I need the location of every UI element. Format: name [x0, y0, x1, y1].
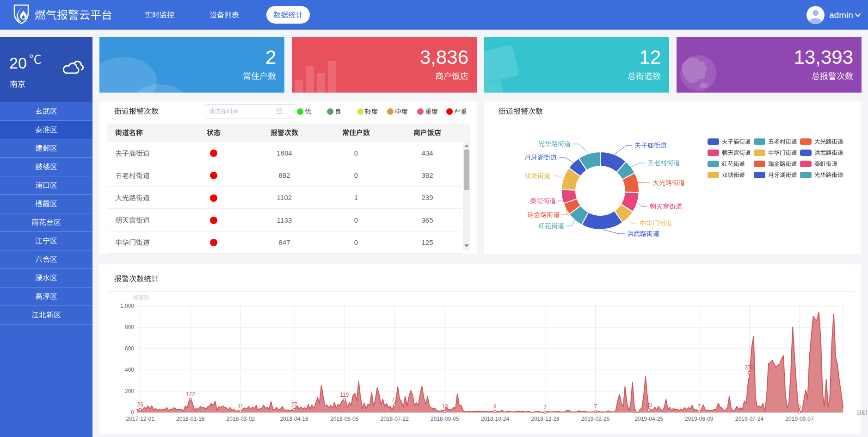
svg-text:7: 7	[594, 403, 597, 410]
svg-text:2018-06-05: 2018-06-05	[330, 416, 359, 422]
svg-text:2019-09-07: 2019-09-07	[785, 416, 814, 422]
svg-text:26: 26	[137, 401, 144, 408]
svg-text:600: 600	[125, 345, 134, 352]
svg-text:5: 5	[798, 404, 801, 410]
svg-text:400: 400	[125, 367, 134, 373]
svg-text:800: 800	[125, 324, 134, 331]
svg-text:71: 71	[392, 397, 398, 403]
svg-text:2018-10-24: 2018-10-24	[481, 416, 510, 422]
svg-text:2018-04-16: 2018-04-16	[280, 416, 308, 422]
svg-text:2: 2	[544, 404, 547, 411]
svg-text:2019-02-25: 2019-02-25	[581, 416, 610, 422]
svg-text:10: 10	[442, 403, 448, 410]
svg-text:122: 122	[186, 391, 195, 398]
svg-text:2018-07-22: 2018-07-22	[381, 416, 409, 422]
svg-text:2018-12-26: 2018-12-26	[531, 416, 560, 422]
svg-text:2018-01-16: 2018-01-16	[176, 416, 205, 422]
svg-text:2018-09-05: 2018-09-05	[431, 416, 459, 422]
svg-text:0: 0	[131, 409, 134, 416]
svg-text:375: 375	[745, 364, 754, 371]
svg-text:23: 23	[646, 402, 653, 408]
svg-text:119: 119	[340, 392, 349, 398]
svg-text:2019-04-25: 2019-04-25	[635, 416, 664, 422]
svg-text:11: 11	[238, 403, 244, 410]
svg-text:2018-03-02: 2018-03-02	[227, 416, 255, 422]
svg-text:9: 9	[493, 403, 497, 410]
svg-text:2019-06-09: 2019-06-09	[685, 416, 714, 422]
svg-text:7: 7	[697, 403, 701, 410]
svg-text:2017-12-01: 2017-12-01	[126, 416, 155, 422]
svg-text:2019-07-24: 2019-07-24	[735, 416, 764, 422]
svg-text:1,000: 1,000	[120, 303, 134, 309]
svg-text:200: 200	[125, 388, 134, 394]
svg-text:27: 27	[291, 401, 297, 408]
